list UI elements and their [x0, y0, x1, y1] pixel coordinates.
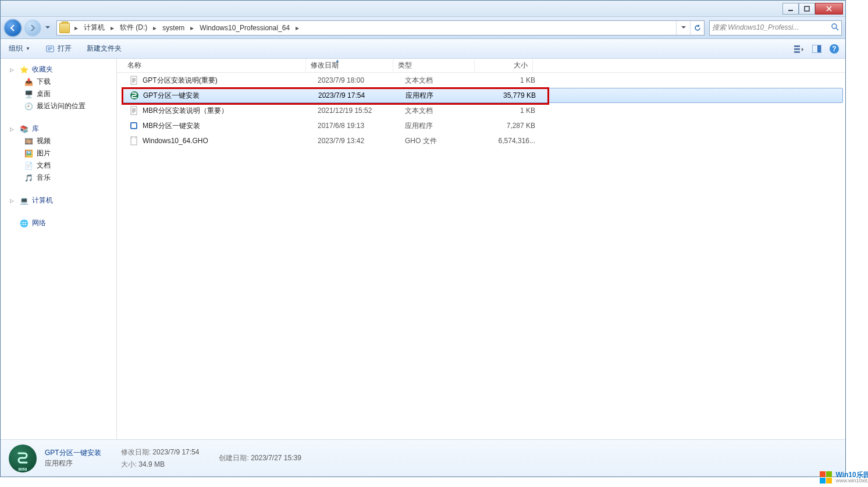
file-type: 应用程序 [400, 121, 482, 131]
details-created: 2023/7/27 15:39 [251, 454, 301, 462]
file-icon [129, 105, 139, 116]
navigation-bar: ▸ 计算机 ▸ 软件 (D:) ▸ system ▸ Windows10_Pro… [1, 17, 845, 39]
file-name: Windows10_64.GHO [143, 137, 208, 145]
titlebar [1, 1, 845, 17]
sidebar-network[interactable]: 🌐网络 [1, 217, 116, 229]
file-type: 文本文档 [400, 76, 482, 86]
nav-history-dropdown[interactable] [44, 20, 52, 36]
sort-indicator-icon: ▲ [335, 58, 340, 63]
preview-pane-button[interactable] [810, 42, 823, 55]
star-icon: ⭐ [19, 65, 29, 74]
file-icon [129, 136, 139, 146]
breadcrumb: ▸ 计算机 ▸ 软件 (D:) ▸ system ▸ Windows10_Pro… [72, 21, 301, 35]
watermark-logo-icon [820, 471, 832, 484]
svg-rect-4 [794, 45, 800, 47]
column-name[interactable]: 名称 [117, 59, 306, 72]
close-button[interactable] [815, 3, 843, 15]
svg-rect-0 [788, 10, 793, 11]
chevron-right-icon[interactable]: ▸ [188, 21, 196, 35]
details-filetype: 应用程序 [45, 459, 73, 467]
svg-rect-13 [131, 106, 137, 115]
nav-forward-button[interactable] [24, 19, 41, 37]
svg-point-2 [832, 24, 837, 29]
sidebar-item-recent[interactable]: 🕘最近访问的位置 [1, 100, 116, 112]
window-controls [782, 3, 843, 15]
column-headers: 名称 ▲ 修改日期 类型 大小 [117, 59, 845, 73]
file-row[interactable]: GPT分区一键安装2023/7/9 17:54应用程序35,779 KB [122, 88, 843, 103]
file-rows: GPT分区安装说明(重要)2023/7/9 18:00文本文档1 KBGPT分区… [117, 73, 845, 148]
file-date: 2023/7/9 18:00 [313, 76, 400, 84]
address-bar[interactable]: ▸ 计算机 ▸ 软件 (D:) ▸ system ▸ Windows10_Pro… [56, 20, 705, 35]
computer-icon: 💻 [19, 196, 29, 205]
sidebar-item-music[interactable]: 🎵音乐 [1, 172, 116, 184]
chevron-right-icon[interactable]: ▸ [151, 21, 159, 35]
refresh-button[interactable] [690, 21, 704, 35]
file-row[interactable]: GPT分区安装说明(重要)2023/7/9 18:00文本文档1 KB [117, 73, 845, 88]
file-name: MBR分区一键安装 [143, 121, 200, 131]
svg-rect-6 [794, 51, 800, 53]
details-pane: GPT分区一键安装 应用程序 修改日期: 2023/7/9 17:54 大小: … [1, 439, 845, 477]
maximize-button[interactable] [799, 3, 815, 15]
sidebar-favorites[interactable]: ▷⭐收藏夹 [1, 63, 116, 76]
file-name: GPT分区安装说明(重要) [143, 76, 218, 86]
breadcrumb-folder-system[interactable]: system [159, 21, 188, 35]
file-name: GPT分区一键安装 [143, 91, 200, 101]
chevron-right-icon[interactable]: ▸ [293, 21, 301, 35]
file-date: 2017/6/8 19:13 [313, 122, 400, 130]
minimize-button[interactable] [782, 3, 799, 15]
sidebar-computer[interactable]: ▷💻计算机 [1, 194, 116, 207]
file-icon [129, 75, 139, 86]
file-row[interactable]: MBR分区一键安装2017/6/8 19:13应用程序7,287 KB [117, 118, 845, 133]
address-dropdown-button[interactable] [676, 21, 690, 35]
breadcrumb-drive[interactable]: 软件 (D:) [116, 21, 151, 35]
file-type: GHO 文件 [400, 136, 482, 146]
details-size: 34.9 MB [138, 460, 165, 468]
organize-menu[interactable]: 组织▼ [5, 42, 34, 55]
file-type: 文本文档 [400, 106, 482, 116]
file-row[interactable]: Windows10_64.GHO2023/7/9 13:42GHO 文件6,57… [117, 133, 845, 148]
file-size: 6,574,316... [482, 137, 540, 145]
breadcrumb-folder-current[interactable]: Windows10_Professional_64 [196, 21, 293, 35]
open-icon [45, 44, 55, 54]
svg-rect-5 [794, 48, 800, 50]
sidebar-item-documents[interactable]: 📄文档 [1, 159, 116, 172]
file-type: 应用程序 [401, 91, 482, 101]
svg-rect-8 [817, 45, 821, 52]
download-icon: 📥 [24, 77, 33, 87]
view-options-button[interactable] [793, 42, 806, 55]
open-button[interactable]: 打开 [42, 42, 75, 55]
file-date: 2023/7/9 17:54 [314, 91, 401, 99]
sidebar-item-videos[interactable]: 🎞️视频 [1, 135, 116, 147]
watermark: Win10乐园www.win10xit.com [820, 471, 868, 484]
column-date[interactable]: 修改日期 [306, 59, 393, 72]
sidebar-item-pictures[interactable]: 🖼️图片 [1, 147, 116, 159]
column-size[interactable]: 大小 [475, 59, 533, 72]
library-icon: 📚 [19, 125, 29, 134]
details-filename: GPT分区一键安装 [45, 448, 101, 458]
breadcrumb-computer[interactable]: 计算机 [80, 21, 108, 35]
help-button[interactable]: ? [828, 42, 841, 55]
folder-icon [59, 23, 70, 33]
file-icon [129, 90, 140, 101]
navigation-pane: ▷⭐收藏夹 📥下载 🖥️桌面 🕘最近访问的位置 ▷📚库 🎞️视频 🖼️图片 📄文… [1, 59, 117, 439]
search-icon [831, 23, 839, 33]
file-large-icon [9, 445, 37, 472]
new-folder-button[interactable]: 新建文件夹 [83, 42, 125, 55]
video-icon: 🎞️ [24, 137, 33, 146]
svg-rect-15 [131, 123, 136, 128]
search-input[interactable]: 搜索 Windows10_Professi... [709, 20, 842, 35]
breadcrumb-root-chevron-icon[interactable]: ▸ [72, 21, 80, 35]
column-type[interactable]: 类型 [393, 59, 475, 72]
file-row[interactable]: MBR分区安装说明（重要）2021/12/19 15:52文本文档1 KB [117, 103, 845, 118]
svg-text:?: ? [832, 45, 836, 53]
nav-back-button[interactable] [4, 19, 22, 37]
command-bar: 组织▼ 打开 新建文件夹 ? [1, 39, 845, 59]
sidebar-item-downloads[interactable]: 📥下载 [1, 76, 116, 88]
picture-icon: 🖼️ [24, 149, 33, 158]
music-icon: 🎵 [24, 173, 33, 183]
sidebar-libraries[interactable]: ▷📚库 [1, 123, 116, 135]
chevron-right-icon[interactable]: ▸ [108, 21, 116, 35]
desktop-icon: 🖥️ [24, 90, 33, 99]
file-date: 2021/12/19 15:52 [313, 106, 400, 115]
sidebar-item-desktop[interactable]: 🖥️桌面 [1, 88, 116, 100]
